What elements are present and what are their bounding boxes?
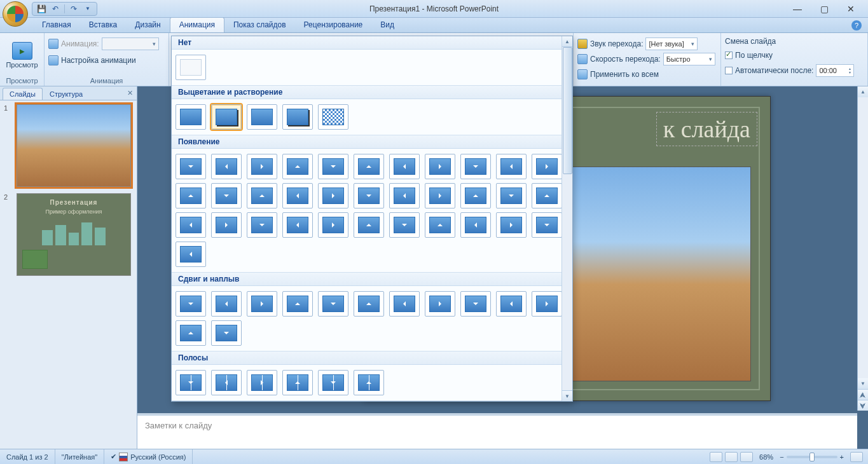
- tab-review[interactable]: Рецензирование: [295, 18, 372, 32]
- next-slide-icon[interactable]: ⮟: [858, 400, 868, 411]
- transition-item[interactable]: [247, 291, 277, 317]
- normal-view-button[interactable]: [710, 452, 722, 462]
- tab-insert[interactable]: Вставка: [80, 18, 127, 32]
- transition-item[interactable]: [211, 320, 242, 346]
- transition-item[interactable]: [247, 104, 277, 130]
- transition-item[interactable]: [389, 183, 420, 208]
- outline-tab[interactable]: Структура: [43, 88, 90, 100]
- auto-after-time[interactable]: 00:00 ▴▾: [816, 64, 854, 77]
- transition-item[interactable]: [211, 212, 242, 238]
- transition-item[interactable]: [318, 212, 348, 238]
- slideshow-view-button[interactable]: [740, 452, 753, 462]
- transition-item[interactable]: [425, 212, 455, 238]
- transition-item[interactable]: [282, 291, 313, 317]
- custom-animation-button[interactable]: Настройка анимации: [48, 53, 136, 67]
- transition-item[interactable]: [354, 291, 384, 317]
- redo-icon[interactable]: ↷: [69, 4, 79, 14]
- minimize-button[interactable]: —: [792, 4, 803, 14]
- transition-item[interactable]: [496, 183, 527, 208]
- transition-item[interactable]: [318, 183, 348, 208]
- transition-item[interactable]: [460, 154, 491, 179]
- transition-item[interactable]: [318, 370, 348, 395]
- prev-slide-icon[interactable]: ⮝: [858, 389, 868, 400]
- zoom-slider[interactable]: [787, 456, 837, 458]
- transition-item[interactable]: [211, 291, 242, 317]
- apply-all-button[interactable]: Применить ко всем: [577, 67, 659, 81]
- auto-after-checkbox[interactable]: [725, 67, 733, 74]
- speed-combo[interactable]: Быстро▾: [663, 53, 715, 65]
- fit-window-button[interactable]: [850, 452, 863, 462]
- undo-icon[interactable]: ↶: [50, 4, 60, 14]
- transition-item[interactable]: [176, 154, 206, 179]
- transition-item[interactable]: [425, 183, 455, 208]
- transition-item[interactable]: [247, 370, 277, 395]
- transition-item[interactable]: [354, 183, 384, 208]
- zoom-in-button[interactable]: +: [840, 453, 844, 461]
- transition-item[interactable]: [282, 370, 313, 395]
- office-button[interactable]: [3, 1, 28, 27]
- transition-item[interactable]: [176, 291, 206, 317]
- qat-dropdown-icon[interactable]: ▼: [83, 4, 93, 14]
- transition-item[interactable]: [389, 212, 420, 238]
- sound-combo[interactable]: [Нет звука]▾: [645, 38, 698, 50]
- slides-tab[interactable]: Слайды: [3, 88, 43, 100]
- maximize-button[interactable]: ▢: [818, 4, 830, 14]
- transition-item[interactable]: [176, 212, 206, 238]
- slide-thumbnail-2[interactable]: 2 Презентация Пример оформления: [4, 193, 133, 276]
- animate-combo[interactable]: ▾: [102, 38, 159, 50]
- tab-home[interactable]: Главная: [33, 18, 80, 32]
- transition-item[interactable]: [211, 370, 242, 395]
- transition-item[interactable]: [318, 104, 348, 130]
- transition-item[interactable]: [247, 154, 277, 179]
- slide-thumbnail-1[interactable]: 1: [4, 104, 133, 187]
- transition-item[interactable]: [354, 154, 384, 179]
- transition-item[interactable]: [389, 291, 420, 317]
- transition-item[interactable]: [247, 183, 277, 208]
- transition-item[interactable]: [532, 291, 562, 317]
- help-icon[interactable]: ?: [851, 20, 862, 31]
- transition-item[interactable]: [282, 183, 313, 208]
- on-click-checkbox[interactable]: [725, 51, 733, 59]
- sorter-view-button[interactable]: [725, 452, 738, 462]
- transition-item[interactable]: [176, 242, 206, 267]
- gallery-scrollbar[interactable]: ▲ ▼: [561, 36, 572, 401]
- transition-item[interactable]: [532, 183, 562, 208]
- vertical-scrollbar[interactable]: ▲ ▼ ⮝ ⮟: [857, 86, 868, 411]
- transition-item[interactable]: [282, 212, 313, 238]
- transition-item[interactable]: [318, 291, 348, 317]
- notes-pane[interactable]: Заметки к слайду: [137, 413, 857, 449]
- transition-item[interactable]: [532, 154, 562, 179]
- transition-item[interactable]: [282, 154, 313, 179]
- transition-item[interactable]: [460, 291, 491, 317]
- transition-item[interactable]: [460, 212, 491, 238]
- transition-item[interactable]: [496, 291, 527, 317]
- transition-item[interactable]: [176, 370, 206, 395]
- transition-item[interactable]: [389, 154, 420, 179]
- transition-item[interactable]: [532, 212, 562, 238]
- tab-animation[interactable]: Анимация: [170, 17, 224, 32]
- transition-item[interactable]: [460, 183, 491, 208]
- tab-design[interactable]: Дизайн: [126, 18, 169, 32]
- tab-view[interactable]: Вид: [371, 18, 403, 32]
- transition-item[interactable]: [211, 104, 242, 130]
- transition-item[interactable]: [176, 104, 206, 130]
- transition-item[interactable]: [354, 370, 384, 395]
- transition-item[interactable]: [496, 212, 527, 238]
- transition-item[interactable]: [211, 183, 242, 208]
- transition-item[interactable]: [496, 154, 527, 179]
- tab-slideshow[interactable]: Показ слайдов: [224, 18, 295, 32]
- transition-item[interactable]: [282, 104, 313, 130]
- transition-item[interactable]: [176, 320, 206, 346]
- transition-item[interactable]: [176, 183, 206, 208]
- preview-button[interactable]: Просмотр: [5, 36, 39, 75]
- transition-item[interactable]: [247, 212, 277, 238]
- panel-close-icon[interactable]: ✕: [127, 89, 133, 97]
- transition-none[interactable]: [176, 55, 206, 80]
- slide-title-placeholder[interactable]: к слайда: [656, 112, 757, 146]
- transition-item[interactable]: [318, 154, 348, 179]
- language-button[interactable]: ✔ Русский (Россия): [104, 449, 193, 464]
- transition-item[interactable]: [211, 154, 242, 179]
- close-button[interactable]: ✕: [845, 4, 857, 14]
- save-icon[interactable]: 💾: [36, 4, 46, 14]
- transition-item[interactable]: [425, 154, 455, 179]
